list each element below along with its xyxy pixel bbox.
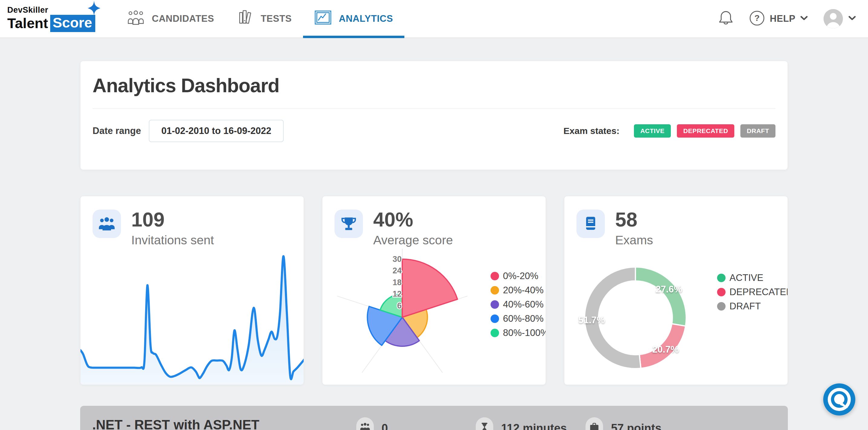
legend-dot [491, 286, 499, 295]
svg-text:30: 30 [393, 255, 402, 264]
legend-label: 0%-20% [503, 271, 538, 281]
legend-dot [717, 302, 725, 311]
books-icon [237, 9, 253, 28]
exam-states-label: Exam states: [563, 126, 619, 136]
nav-tab-candidates[interactable]: CANDIDATES [116, 0, 226, 37]
header-controls: Date range Exam states: ACTIVE DEPRECATE… [93, 120, 775, 142]
legend-label: 80%-100% [503, 328, 546, 338]
legend-label: DEPRECATED [730, 287, 788, 298]
nav-tab-analytics[interactable]: ANALYTICS [303, 0, 404, 37]
exams-count: 58 [615, 210, 653, 229]
help-label: HELP [770, 13, 796, 24]
badge-draft[interactable]: DRAFT [740, 124, 775, 137]
svg-text:20.7%: 20.7% [652, 344, 679, 355]
nav-tab-label: CANDIDATES [152, 13, 214, 24]
points-value: 57 points [611, 422, 661, 430]
svg-text:51.7%: 51.7% [578, 315, 605, 326]
book-icon [577, 210, 605, 238]
legend-item[interactable]: DRAFT [717, 301, 788, 312]
card-head: 58 Exams [564, 196, 787, 247]
legend-item[interactable]: 20%-40% [491, 285, 546, 296]
svg-text:12: 12 [393, 289, 402, 299]
legend-item[interactable]: 40%-60% [491, 299, 546, 310]
sparkle-icon [88, 1, 100, 17]
nav-tab-tests[interactable]: TESTS [226, 0, 303, 37]
legend-dot [491, 329, 499, 337]
legend-item[interactable]: 0%-20% [491, 271, 546, 281]
legend-item[interactable]: DEPRECATED [717, 287, 788, 298]
legend-label: 40%-60% [503, 299, 544, 310]
chart-icon [314, 10, 332, 27]
legend-label: 60%-80% [503, 313, 544, 324]
nav-right-controls: ? HELP [718, 9, 856, 28]
chevron-down-icon [848, 16, 856, 22]
dashboard-header-card: Analytics Dashboard Date range Exam stat… [80, 61, 788, 170]
legend-label: ACTIVE [730, 272, 763, 283]
chevron-down-icon [800, 16, 808, 22]
badge-deprecated[interactable]: DEPRECATED [677, 124, 734, 137]
people-icon [93, 210, 121, 238]
average-score-value: 40% [373, 210, 453, 229]
exam-list-item[interactable]: .NET - REST with ASP.NET 0 11 [80, 406, 788, 430]
svg-text:24: 24 [393, 266, 402, 275]
chat-bubble-icon [823, 383, 855, 416]
trophy-icon [335, 210, 363, 238]
legend-dot [491, 272, 499, 280]
main-navigation: CANDIDATES TESTS [116, 0, 404, 37]
chat-launcher[interactable] [823, 383, 855, 416]
nav-tab-label: TESTS [261, 13, 291, 24]
invitations-count: 109 [131, 210, 214, 229]
date-range-label: Date range [93, 125, 141, 136]
legend-dot [491, 300, 499, 309]
exams-card: 58 Exams 27.6%20.7%51.7% ACTIVEDEPRECATE… [564, 196, 788, 385]
legend-item[interactable]: 60%-80% [491, 313, 546, 324]
legend-dot [717, 274, 725, 282]
score-chart-legend: 0%-20%20%-40%40%-60%60%-80%80%-100% [491, 271, 546, 338]
invitations-area-chart [81, 252, 304, 385]
logo-text-main: Talent Score [7, 15, 107, 32]
devskiller-talentscore-logo[interactable]: DevSkiller Talent Score [7, 5, 107, 32]
svg-text:27.6%: 27.6% [656, 284, 682, 295]
exams-label: Exams [615, 233, 653, 247]
exam-states-group: Exam states: ACTIVE DEPRECATED DRAFT [563, 124, 775, 137]
date-range-input[interactable] [149, 120, 284, 142]
invitations-label: Invitations sent [131, 233, 214, 247]
invitations-card: 109 Invitations sent [80, 196, 304, 385]
user-menu[interactable] [824, 9, 856, 28]
exam-title: .NET - REST with ASP.NET [92, 417, 259, 430]
card-head: 40% Average score [322, 196, 546, 247]
divider [93, 108, 775, 109]
candidates-stat: 0 [356, 417, 388, 430]
legend-item[interactable]: 80%-100% [491, 328, 546, 338]
svg-text:6: 6 [397, 301, 402, 310]
top-nav: DevSkiller Talent Score CANDIDATES [0, 0, 868, 38]
svg-text:?: ? [754, 13, 760, 23]
help-menu[interactable]: ? HELP [749, 10, 808, 27]
logo-score: Score [50, 15, 95, 32]
legend-dot [491, 314, 499, 323]
nav-tab-label: ANALYTICS [339, 13, 393, 24]
points-stat: 57 points [586, 417, 661, 430]
exams-chart-legend: ACTIVEDEPRECATEDDRAFT [717, 272, 788, 312]
question-circle-icon: ? [749, 10, 765, 27]
legend-item[interactable]: ACTIVE [717, 272, 788, 283]
page-title: Analytics Dashboard [93, 61, 775, 97]
average-score-label: Average score [373, 233, 453, 247]
badge-active[interactable]: ACTIVE [634, 124, 671, 137]
legend-label: DRAFT [730, 301, 761, 312]
card-head: 109 Invitations sent [81, 196, 304, 247]
notifications-bell-icon[interactable] [718, 10, 734, 28]
briefcase-icon [586, 417, 603, 430]
candidates-count: 0 [382, 422, 388, 430]
logo-talent: Talent [7, 16, 48, 31]
exam-stats: 0 112 minutes 57 points [356, 417, 662, 430]
avatar [824, 9, 843, 28]
duration-stat: 112 minutes [476, 417, 567, 430]
people-icon [127, 10, 145, 27]
hourglass-icon [476, 417, 493, 430]
average-score-card: 40% Average score 612182430 0%-20%20%-40… [322, 196, 546, 385]
legend-dot [717, 288, 725, 296]
duration-value: 112 minutes [501, 422, 567, 430]
svg-text:18: 18 [393, 278, 402, 287]
group-icon [356, 417, 374, 430]
